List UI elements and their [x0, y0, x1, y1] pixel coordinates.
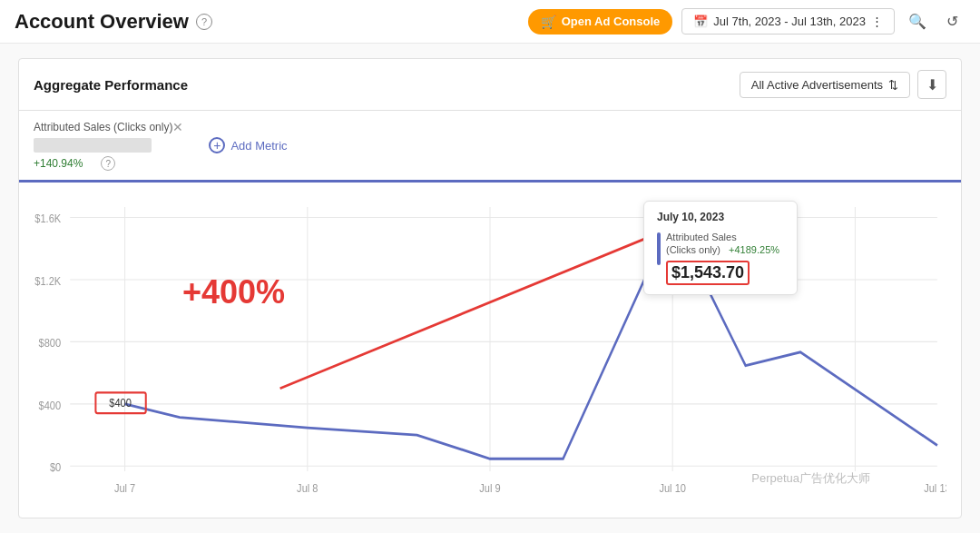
metric-label: Attributed Sales (Clicks only) [34, 121, 172, 133]
calendar-icon: 📅 [693, 15, 708, 28]
tooltip-date: July 10, 2023 [657, 211, 784, 223]
svg-text:Jul 13: Jul 13 [924, 481, 946, 495]
header-icons: 🔍 ↺ [904, 8, 965, 35]
svg-text:Jul 8: Jul 8 [297, 481, 318, 495]
svg-text:$400: $400 [109, 397, 132, 410]
add-metric-plus-icon: + [209, 137, 225, 153]
date-range-separator: ⋮ [871, 15, 883, 28]
tooltip-row: Attributed Sales (Clicks only) +4189.25%… [657, 231, 784, 285]
metric-close-button[interactable]: ✕ [172, 120, 183, 134]
title-help-icon[interactable]: ? [196, 14, 212, 30]
download-icon: ⬇ [926, 76, 938, 94]
metrics-row: Attributed Sales (Clicks only) ✕ +140.94… [19, 111, 961, 183]
advertisement-filter-dropdown[interactable]: All Active Advertisements ⇅ [740, 72, 910, 98]
svg-text:Jul 7: Jul 7 [114, 481, 135, 495]
metric-change-value: +140.94% [34, 157, 83, 170]
metric-help-icon[interactable]: ? [101, 156, 115, 171]
add-metric-label: Add Metric [230, 139, 287, 153]
dropdown-arrow-icon: ⇅ [888, 78, 898, 92]
metric-change-row: +140.94% ? [34, 156, 183, 171]
svg-text:$1.6K: $1.6K [34, 212, 61, 226]
svg-text:$1.2K: $1.2K [34, 274, 61, 288]
tooltip-label: Attributed Sales (Clicks only) +4189.25% [666, 231, 779, 257]
annotation-text: +400% [182, 273, 285, 311]
header-right: 🛒 Open Ad Console 📅 Jul 7th, 2023 - Jul … [528, 8, 965, 35]
tooltip-color-bar [657, 232, 661, 265]
dropdown-label: All Active Advertisements [751, 78, 883, 92]
chart-tooltip: July 10, 2023 Attributed Sales (Clicks o… [643, 201, 798, 295]
date-range-selector[interactable]: 📅 Jul 7th, 2023 - Jul 13th, 2023 ⋮ [681, 8, 895, 35]
open-ad-console-label: Open Ad Console [562, 15, 661, 28]
date-range-text: Jul 7th, 2023 - Jul 13th, 2023 [713, 15, 866, 28]
metric-attributed-sales: Attributed Sales (Clicks only) ✕ +140.94… [34, 120, 183, 171]
aggregate-performance-card: Aggregate Performance All Active Adverti… [18, 58, 962, 518]
tooltip-value: $1,543.70 [666, 261, 750, 285]
header-left: Account Overview ? [15, 10, 212, 34]
svg-text:$400: $400 [39, 399, 62, 412]
card-header: Aggregate Performance All Active Adverti… [19, 59, 961, 111]
watermark: Perpetua广告优化大师 [751, 470, 870, 487]
header: Account Overview ? 🛒 Open Ad Console 📅 J… [0, 0, 980, 44]
svg-text:$0: $0 [50, 460, 62, 474]
open-ad-console-button[interactable]: 🛒 Open Ad Console [528, 9, 673, 35]
page-title: Account Overview [15, 10, 189, 34]
tooltip-label-line2: (Clicks only) [666, 244, 720, 255]
tooltip-content: Attributed Sales (Clicks only) +4189.25%… [666, 231, 779, 285]
card-header-right: All Active Advertisements ⇅ ⬇ [740, 70, 946, 99]
svg-text:Jul 9: Jul 9 [479, 481, 501, 495]
add-metric-button[interactable]: + Add Metric [201, 133, 294, 157]
chart-area: +400% Perpetua广告优化大师 July 10, 2023 Attri… [19, 183, 961, 523]
svg-text:$800: $800 [39, 336, 62, 350]
metric-value-bar [34, 138, 152, 153]
download-button[interactable]: ⬇ [917, 70, 946, 99]
tooltip-label-line1: Attributed Sales [666, 232, 737, 242]
amazon-icon: 🛒 [541, 15, 556, 29]
tooltip-change: +4189.25% [729, 244, 779, 255]
svg-line-23 [280, 233, 659, 389]
svg-text:Jul 10: Jul 10 [659, 481, 686, 495]
refresh-button[interactable]: ↺ [938, 8, 965, 35]
search-button[interactable]: 🔍 [904, 8, 931, 35]
metric-header: Attributed Sales (Clicks only) ✕ [34, 120, 183, 134]
card-title: Aggregate Performance [34, 77, 188, 93]
main-content: Aggregate Performance All Active Adverti… [0, 44, 980, 533]
